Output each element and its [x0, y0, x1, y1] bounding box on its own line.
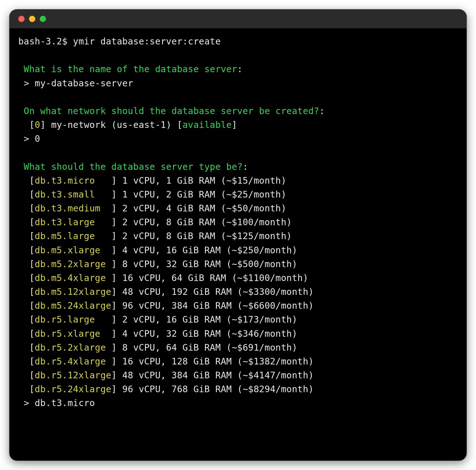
type-option-desc: ] 4 vCPU, 32 GiB RAM (~$346/month): [100, 329, 297, 339]
terminal-window: bash-3.2$ ymir database:server:create Wh…: [9, 9, 467, 461]
network-option-status: available: [183, 120, 232, 130]
input-caret: >: [18, 134, 35, 144]
question-name: What is the name of the database server: [18, 64, 237, 74]
type-option-name: db.r5.24xlarge: [35, 384, 111, 394]
type-option-desc: ] 2 vCPU, 4 GiB RAM (~$50/month): [100, 203, 286, 214]
type-option-desc: ] 2 vCPU, 8 GiB RAM (~$100/month): [95, 217, 292, 227]
answer-name: my-database-server: [35, 78, 133, 89]
type-option-name: db.r5.large: [35, 314, 95, 325]
zoom-icon[interactable]: [40, 16, 46, 22]
answer-network: 0: [35, 134, 40, 144]
type-option-desc: ] 1 vCPU, 1 GiB RAM (~$15/month): [95, 175, 287, 186]
type-option-name: db.r5.xlarge: [35, 329, 100, 339]
type-option-desc: ] 96 vCPU, 768 GiB RAM (~$8294/month): [111, 384, 314, 394]
type-option-name: db.m5.4xlarge: [35, 273, 106, 283]
close-icon[interactable]: [18, 16, 25, 22]
type-option-name: db.t3.small: [35, 189, 95, 200]
command-text: ymir database:server:create: [73, 36, 221, 47]
question-type: What should the database server type be?: [18, 162, 243, 172]
input-caret: >: [18, 398, 35, 408]
network-option-index: 0: [35, 120, 40, 130]
type-option-name: db.m5.2xlarge: [35, 259, 106, 269]
type-option-name: db.r5.12xlarge: [35, 370, 111, 381]
network-option-label: ] my-network (us-east-1) [: [40, 120, 182, 130]
type-option-desc: ] 48 vCPU, 192 GiB RAM (~$3300/month): [111, 287, 314, 297]
titlebar: [9, 9, 467, 28]
type-option-name: db.t3.micro: [35, 175, 95, 186]
type-option-desc: ] 16 vCPU, 128 GiB RAM (~$1382/month): [106, 356, 314, 367]
terminal-output[interactable]: bash-3.2$ ymir database:server:create Wh…: [9, 28, 467, 419]
type-option-name: db.m5.large: [35, 231, 95, 241]
type-option-name: db.m5.12xlarge: [35, 287, 111, 297]
type-option-desc: ] 2 vCPU, 16 GiB RAM (~$173/month): [95, 314, 297, 325]
type-option-name: db.m5.xlarge: [35, 245, 100, 255]
type-option-desc: ] 96 vCPU, 384 GiB RAM (~$6600/month): [111, 301, 314, 311]
type-option-desc: ] 4 vCPU, 16 GiB RAM (~$250/month): [100, 245, 297, 255]
type-option-desc: ] 1 vCPU, 2 GiB RAM (~$25/month): [95, 189, 287, 200]
type-option-name: db.r5.2xlarge: [35, 342, 106, 353]
type-option-desc: ] 8 vCPU, 64 GiB RAM (~$691/month): [106, 342, 298, 353]
type-option-name: db.t3.large: [35, 217, 95, 227]
type-option-name: db.r5.4xlarge: [35, 356, 106, 367]
minimize-icon[interactable]: [29, 16, 35, 22]
type-option-desc: ] 8 vCPU, 32 GiB RAM (~$500/month): [106, 259, 298, 269]
question-network: On what network should the database serv…: [18, 106, 319, 116]
type-option-desc: ] 48 vCPU, 384 GiB RAM (~$4147/month): [111, 370, 314, 381]
type-option-name: db.t3.medium: [35, 203, 100, 214]
input-caret: >: [18, 78, 35, 89]
answer-type: db.t3.micro: [35, 398, 95, 408]
type-option-desc: ] 16 vCPU, 64 GiB RAM (~$1100/month): [106, 273, 308, 283]
type-option-name: db.m5.24xlarge: [35, 301, 111, 311]
type-option-desc: ] 2 vCPU, 8 GiB RAM (~$125/month): [95, 231, 292, 241]
shell-prompt: bash-3.2$: [18, 36, 73, 47]
